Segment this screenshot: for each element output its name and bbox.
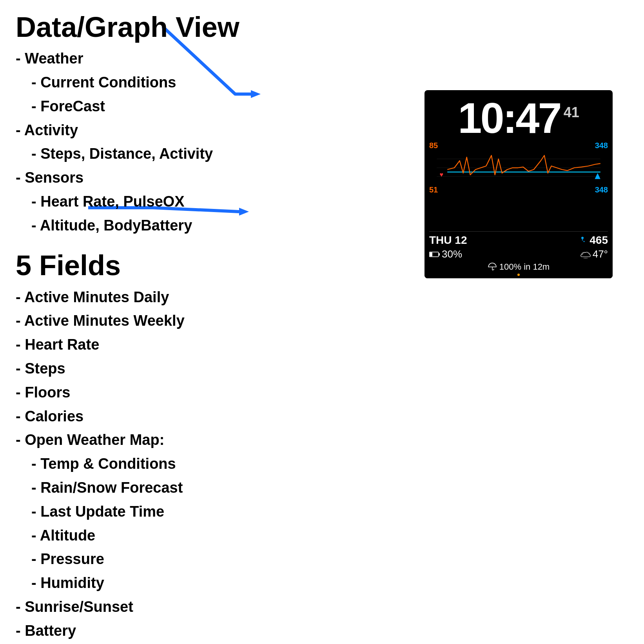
- svg-text:♥: ♥: [439, 171, 443, 178]
- list-item: - Day of Week + Date / Month + Date / Da…: [16, 643, 243, 644]
- battery-icon: [429, 251, 440, 258]
- list-item: - Activity: [16, 118, 243, 142]
- svg-point-9: [581, 237, 584, 239]
- umbrella-icon: [488, 262, 497, 272]
- list-item-temp-conditions: - Temp & Conditions: [16, 452, 243, 476]
- left-content: Data/Graph View - Weather - Current Cond…: [16, 12, 243, 644]
- watch-rain: 100% in 12m: [488, 262, 550, 272]
- steps-top-right: 348: [595, 141, 608, 150]
- watch-row-2: 30% 47°: [429, 247, 608, 260]
- battery-value: 30%: [442, 248, 462, 260]
- svg-rect-14: [430, 252, 432, 256]
- indicator-dot: [429, 273, 608, 277]
- svg-marker-1: [251, 90, 261, 98]
- watch-seconds: 41: [564, 96, 579, 121]
- list-item-humidity: - Humidity: [16, 571, 243, 595]
- list-item: - Floors: [16, 381, 243, 405]
- graph-labels-bottom: 51 348: [428, 185, 610, 194]
- five-fields-list: - Active Minutes Daily - Active Minutes …: [16, 285, 243, 644]
- watch-day-date: THU 12: [429, 234, 467, 247]
- list-item: - Weather: [16, 47, 243, 71]
- watch-bottom-info: THU 12 465 30%: [424, 229, 613, 278]
- list-item: - Active Minutes Weekly: [16, 309, 243, 333]
- svg-point-11: [584, 241, 585, 242]
- heart-rate-graph: 85 348 ♥ 51 348: [428, 141, 610, 229]
- svg-rect-21: [581, 254, 590, 258]
- cloud-icon: [580, 250, 591, 258]
- list-item: - Sunrise/Sunset: [16, 595, 243, 619]
- svg-marker-8: [595, 173, 600, 179]
- five-fields-title: 5 Fields: [16, 249, 243, 281]
- orange-dot: [517, 274, 520, 276]
- list-item: - Open Weather Map:: [16, 428, 243, 452]
- list-item: - Calories: [16, 405, 243, 428]
- list-item: - Heart Rate: [16, 333, 243, 357]
- list-item: - Altitude, BodyBattery: [16, 214, 243, 238]
- list-item: - Active Minutes Daily: [16, 285, 243, 309]
- svg-point-10: [582, 239, 583, 241]
- list-item: - Current Conditions: [16, 71, 243, 94]
- list-item: - Sensors: [16, 166, 243, 190]
- list-item-battery: - Battery: [16, 619, 243, 643]
- list-item: - Heart Rate, PulseOX: [16, 190, 243, 214]
- list-item: - Steps: [16, 357, 243, 381]
- graph-svg: ♥: [428, 150, 610, 185]
- list-item: - Rain/Snow Forecast: [16, 476, 243, 500]
- list-item: - Last Update Time: [16, 500, 243, 524]
- main-title: Data/Graph View: [16, 12, 243, 43]
- temp-value: 47°: [593, 248, 608, 260]
- data-graph-list: - Weather - Current Conditions - ForeCas…: [16, 47, 243, 237]
- watch-row-1: THU 12 465: [429, 231, 608, 247]
- watch-temp: 47°: [580, 248, 608, 260]
- hr-min-label: 51: [429, 185, 438, 194]
- rain-value: 100% in 12m: [499, 262, 550, 272]
- steps-icon: [580, 236, 588, 244]
- watch-time-display: 10:47 41: [424, 90, 613, 141]
- watch-display: 10:47 41 85 348 ♥ 51: [424, 90, 613, 278]
- list-item: - Pressure: [16, 547, 243, 571]
- watch-steps: 465: [580, 234, 608, 247]
- steps-bottom-right: 348: [595, 185, 608, 194]
- steps-value: 465: [590, 234, 608, 247]
- watch-row-3: 100% in 12m: [429, 260, 608, 273]
- list-item: - ForeCast: [16, 94, 243, 118]
- hr-max-label: 85: [429, 141, 438, 150]
- svg-rect-13: [439, 253, 440, 256]
- graph-labels-top: 85 348: [428, 141, 610, 150]
- list-item: - Steps, Distance, Activity: [16, 142, 243, 166]
- watch-time-value: 10:47: [458, 96, 560, 140]
- watch-battery: 30%: [429, 248, 462, 260]
- list-item: - Altitude: [16, 524, 243, 548]
